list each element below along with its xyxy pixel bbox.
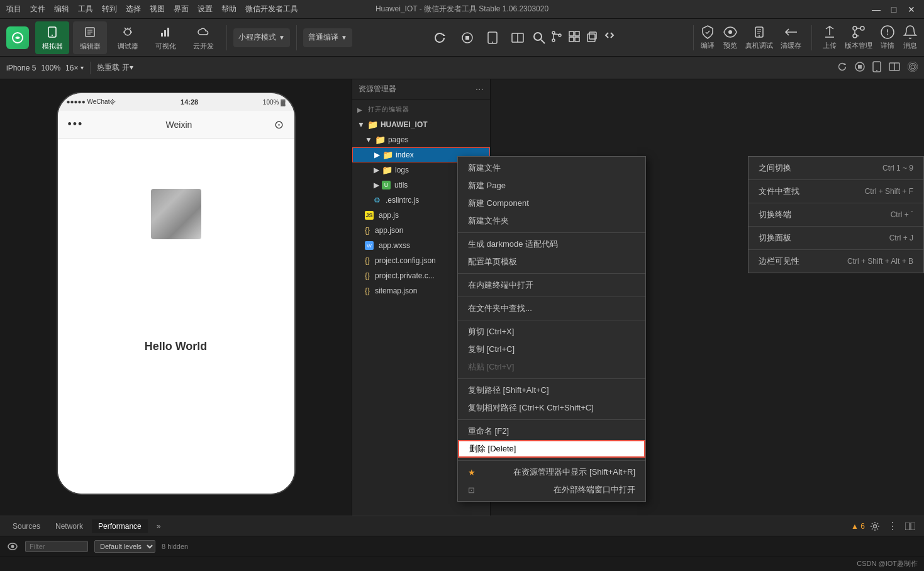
explorer-more-icon[interactable]: ··· bbox=[476, 84, 484, 95]
panel-menu-icon[interactable]: ⋮ bbox=[885, 519, 900, 534]
upload-btn[interactable]: 上传 bbox=[822, 25, 837, 50]
project-root[interactable]: ▼ 📁 HUAWEI_IOT bbox=[352, 117, 490, 132]
tab-network[interactable]: Network bbox=[49, 519, 89, 533]
warning-badge[interactable]: ▲ 6 bbox=[851, 522, 865, 531]
minimize-button[interactable]: — bbox=[870, 3, 882, 16]
ctx-paste[interactable]: 粘贴 [Ctrl+V] bbox=[458, 358, 645, 376]
debugger-button[interactable]: 调试器 bbox=[111, 21, 145, 54]
version-btn[interactable]: 版本管理 bbox=[845, 25, 872, 50]
editor-button[interactable]: 编辑器 bbox=[73, 21, 107, 54]
ctx-copy[interactable]: 复制 [Ctrl+C] bbox=[458, 341, 645, 358]
stop-button[interactable] bbox=[457, 28, 477, 48]
search-icon[interactable] bbox=[533, 31, 545, 44]
title-bar: 项目 文件 编辑 工具 转到 选择 视图 界面 设置 帮助 微信开发者工具 Hu… bbox=[0, 0, 924, 19]
ctx-show-in-explorer[interactable]: ★ 在资源管理器中显示 [Shift+Alt+R] bbox=[458, 463, 645, 481]
window-controls[interactable]: — □ ✕ bbox=[870, 3, 918, 16]
device-selector[interactable]: iPhone 5 100% 16× ▾ bbox=[6, 64, 84, 72]
refresh-button[interactable] bbox=[427, 25, 452, 50]
ctx-delete[interactable]: 删除 [Delete] bbox=[458, 440, 645, 458]
phone-preview-icon[interactable] bbox=[482, 28, 503, 48]
settings-icon[interactable] bbox=[867, 519, 882, 534]
ctx-config-page[interactable]: 配置单页模板 bbox=[458, 253, 645, 271]
ext-switch-terminal[interactable]: 切换终端 Ctrl + ` bbox=[749, 206, 923, 223]
phone-nav-right[interactable]: ⊙ bbox=[274, 118, 284, 132]
ctx-copy-path[interactable]: 复制路径 [Shift+Alt+C] bbox=[458, 382, 645, 399]
eye-icon[interactable] bbox=[6, 540, 19, 553]
panel-inner-bottom: Default levels 8 hidden bbox=[0, 536, 924, 557]
compile-label-btn[interactable]: 编译 bbox=[700, 25, 715, 50]
ctx-sep-4 bbox=[458, 320, 645, 320]
ctx-find-in-folder[interactable]: 在文件夹中查找... bbox=[458, 300, 645, 317]
svg-point-26 bbox=[728, 30, 732, 34]
menu-edit[interactable]: 编辑 bbox=[54, 4, 69, 14]
ext-switch-panel[interactable]: 切换面板 Ctrl + J bbox=[749, 229, 923, 247]
simulator-button[interactable]: 模拟器 bbox=[35, 21, 69, 54]
tab-sources[interactable]: Sources bbox=[6, 519, 47, 533]
ext-toggle-sidebar[interactable]: 边栏可见性 Ctrl + Shift + Alt + B bbox=[749, 252, 923, 270]
menu-wechat[interactable]: 微信开发者工具 bbox=[245, 4, 298, 14]
ctx-new-file[interactable]: 新建文件 bbox=[458, 159, 645, 177]
maximize-button[interactable]: □ bbox=[888, 3, 900, 16]
clear-cache-btn[interactable]: 清缓存 bbox=[781, 25, 801, 50]
menu-file[interactable]: 文件 bbox=[30, 4, 45, 14]
svg-point-29 bbox=[853, 26, 857, 30]
tab-more[interactable]: » bbox=[150, 519, 167, 533]
menu-project[interactable]: 项目 bbox=[6, 4, 21, 14]
panel-columns-icon[interactable] bbox=[903, 519, 918, 534]
cloud-button[interactable]: 云开发 bbox=[186, 21, 220, 54]
menu-goto[interactable]: 转到 bbox=[102, 4, 117, 14]
utils-folder-icon: U bbox=[382, 181, 391, 189]
sec-fingerprint-icon[interactable] bbox=[908, 62, 918, 74]
svg-marker-8 bbox=[443, 33, 445, 36]
menu-help[interactable]: 帮助 bbox=[221, 4, 237, 14]
ctx-new-page[interactable]: 新建 Page bbox=[458, 177, 645, 195]
tab-performance[interactable]: Performance bbox=[92, 519, 148, 533]
phone-hello-text: Hello World bbox=[145, 340, 208, 353]
visualize-button[interactable]: 可视化 bbox=[148, 21, 182, 54]
sec-stop-icon[interactable] bbox=[855, 62, 865, 74]
sec-phone-icon[interactable] bbox=[872, 61, 881, 75]
phone-nav-left[interactable]: ••• bbox=[68, 118, 84, 131]
ctx-new-folder[interactable]: 新建文件夹 bbox=[458, 212, 645, 230]
mode-dropdown[interactable]: 小程序模式 ▼ bbox=[233, 28, 290, 47]
ctx-sep-1 bbox=[458, 232, 645, 233]
menu-interface[interactable]: 界面 bbox=[174, 4, 189, 14]
svg-rect-35 bbox=[858, 65, 862, 69]
device-zoom: 100% bbox=[41, 64, 60, 72]
ctx-gen-darkmode[interactable]: 生成 darkmode 适配代码 bbox=[458, 235, 645, 253]
menu-tools[interactable]: 工具 bbox=[78, 4, 93, 14]
level-select[interactable]: Default levels bbox=[94, 540, 155, 553]
copy2-icon[interactable] bbox=[586, 30, 598, 45]
ctx-new-component[interactable]: 新建 Component bbox=[458, 195, 645, 212]
filter-input[interactable] bbox=[25, 541, 88, 552]
menu-settings[interactable]: 设置 bbox=[198, 4, 213, 14]
preview-btn[interactable]: 预览 bbox=[723, 25, 738, 50]
details-label: 详情 bbox=[881, 41, 894, 50]
ctx-cut[interactable]: 剪切 [Ctrl+X] bbox=[458, 323, 645, 341]
ctx-rename[interactable]: 重命名 [F2] bbox=[458, 422, 645, 440]
ctx-copy-rel-path[interactable]: 复制相对路径 [Ctrl+K Ctrl+Shift+C] bbox=[458, 399, 645, 417]
hot-reload-button[interactable]: 热重载 开▾ bbox=[97, 62, 133, 73]
branch-icon[interactable] bbox=[550, 30, 563, 45]
compile-dropdown[interactable]: 普通编译 ▼ bbox=[303, 28, 352, 47]
real-debug-btn[interactable]: 真机调试 bbox=[745, 25, 773, 50]
split-view-icon[interactable] bbox=[508, 28, 528, 48]
ext-switch-files[interactable]: 之间切换 Ctrl 1 ~ 9 bbox=[749, 159, 923, 177]
details-btn[interactable]: 详情 bbox=[880, 25, 895, 50]
pages-folder[interactable]: ▼ 📁 pages bbox=[352, 132, 490, 147]
sec-split-icon[interactable] bbox=[889, 62, 900, 74]
ctx-open-terminal[interactable]: 在内建终端中打开 bbox=[458, 276, 645, 294]
swipe-icon[interactable] bbox=[603, 30, 616, 45]
svg-point-30 bbox=[860, 26, 864, 30]
menu-select[interactable]: 选择 bbox=[126, 4, 141, 14]
message-btn[interactable]: 消息 bbox=[903, 25, 918, 50]
sec-refresh-icon[interactable] bbox=[837, 62, 847, 74]
menu-view[interactable]: 视图 bbox=[150, 4, 165, 14]
close-button[interactable]: ✕ bbox=[905, 3, 918, 16]
ext-find-in-file[interactable]: 文件中查找 Ctrl + Shift + F bbox=[749, 183, 923, 200]
ctx-open-external[interactable]: ⊡ 在外部终端窗口中打开 bbox=[458, 481, 645, 499]
open-editors-section[interactable]: ▶ 打开的编辑器 bbox=[352, 102, 490, 117]
external-terminal-icon: ⊡ bbox=[468, 485, 475, 495]
grid-icon[interactable] bbox=[568, 30, 581, 45]
menu-bar[interactable]: 项目 文件 编辑 工具 转到 选择 视图 界面 设置 帮助 微信开发者工具 bbox=[6, 4, 298, 14]
